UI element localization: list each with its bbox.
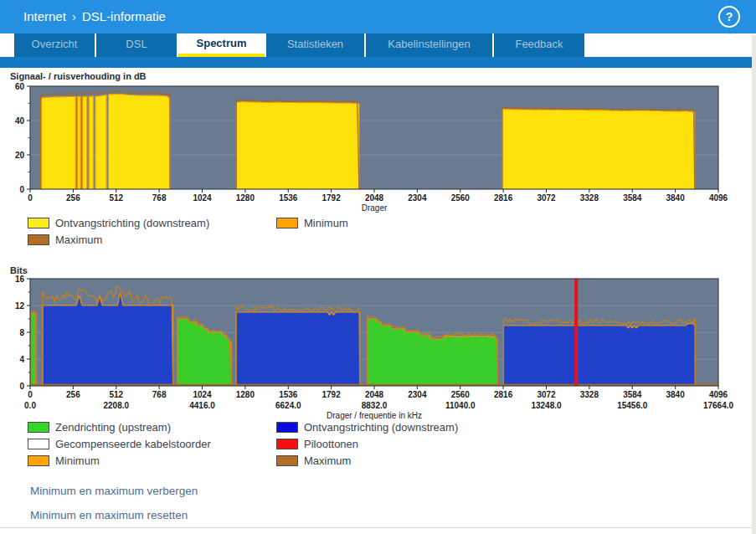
svg-text:17664.0: 17664.0 <box>703 401 734 410</box>
svg-text:1280: 1280 <box>236 390 255 399</box>
maximum-swatch <box>28 234 49 245</box>
svg-text:1024: 1024 <box>193 390 212 399</box>
svg-text:11040.0: 11040.0 <box>445 401 476 410</box>
upstream-swatch <box>28 422 49 433</box>
svg-text:0: 0 <box>28 193 33 203</box>
svg-text:4096: 4096 <box>709 390 728 399</box>
pilot-tones-swatch <box>276 439 298 449</box>
svg-text:768: 768 <box>152 193 167 203</box>
cancelled-disturber-swatch <box>28 439 49 449</box>
tab-statistieken[interactable]: Statistieken <box>266 33 364 57</box>
bits-legend-item-4: Minimum <box>28 454 276 466</box>
tabbar-divider <box>0 57 756 68</box>
svg-text:3840: 3840 <box>666 390 686 399</box>
minimum-swatch <box>28 455 49 466</box>
svg-text:2304: 2304 <box>408 193 427 203</box>
snr-legend-item-2: Maximum <box>28 234 276 245</box>
svg-text:0: 0 <box>19 185 24 194</box>
svg-text:1792: 1792 <box>322 390 342 399</box>
svg-text:4: 4 <box>19 355 24 364</box>
svg-text:3840: 3840 <box>666 193 686 203</box>
svg-text:16: 16 <box>15 275 25 284</box>
tab-kabelinstellingen[interactable]: Kabelinstellingen <box>366 33 492 57</box>
minimum-swatch <box>276 218 298 228</box>
chevron-right-icon: › <box>72 0 76 33</box>
hide-minmax-link[interactable]: Minimum en maximum verbergen <box>30 485 198 497</box>
breadcrumb-page: DSL-informatie <box>82 9 166 23</box>
svg-text:12: 12 <box>15 301 25 311</box>
svg-text:2304: 2304 <box>408 390 427 399</box>
svg-text:1536: 1536 <box>279 193 298 203</box>
legend-label: Gecompenseerde kabelstoorder <box>55 438 211 450</box>
svg-text:1536: 1536 <box>279 390 298 399</box>
tab-overzicht[interactable]: Overzicht <box>14 33 95 57</box>
scrollbar-track[interactable] <box>752 35 756 534</box>
breadcrumb: Internet›DSL-informatie <box>23 0 166 33</box>
tab-bar: OverzichtDSLSpectrumStatistiekenKabelins… <box>14 33 584 57</box>
question-icon: ? <box>726 10 733 23</box>
svg-text:2048: 2048 <box>365 193 384 203</box>
svg-text:40: 40 <box>15 116 25 126</box>
svg-text:768: 768 <box>152 390 167 399</box>
breadcrumb-root[interactable]: Internet <box>23 9 66 23</box>
svg-text:3072: 3072 <box>537 193 556 203</box>
svg-text:Drager / frequentie in kHz: Drager / frequentie in kHz <box>327 411 422 420</box>
tab-dsl[interactable]: DSL <box>96 33 177 57</box>
tab-spectrum[interactable]: Spectrum <box>178 33 265 57</box>
svg-text:2816: 2816 <box>494 193 513 203</box>
snr-legend: Ontvangstrichting (downstream)MinimumMax… <box>28 217 348 245</box>
svg-text:3072: 3072 <box>537 390 556 399</box>
downstream-swatch <box>276 422 298 433</box>
snr-chart: 0204060025651276810241280153617922048230… <box>0 80 756 216</box>
legend-label: Ontvangstrichting (downstream) <box>304 421 458 434</box>
svg-text:1024: 1024 <box>193 193 212 203</box>
legend-label: Maximum <box>55 234 102 246</box>
svg-text:512: 512 <box>109 390 123 399</box>
svg-text:2048: 2048 <box>365 390 384 399</box>
bits-legend: Zendrichting (upstream)Ontvangstrichting… <box>28 421 458 466</box>
dsl-informatie-page: Internet›DSL-informatie ? OverzichtDSLSp… <box>0 0 756 534</box>
svg-text:8832.0: 8832.0 <box>362 401 388 410</box>
svg-text:3328: 3328 <box>580 193 599 203</box>
legend-label: Minimum <box>304 217 348 229</box>
bits-legend-item-0: Zendrichting (upstream) <box>28 421 276 433</box>
svg-text:3584: 3584 <box>623 390 642 399</box>
reset-minmax-link[interactable]: Minimum en maximum resetten <box>30 509 188 521</box>
bottom-divider <box>0 527 756 528</box>
svg-text:256: 256 <box>66 390 80 399</box>
legend-label: Zendrichting (upstream) <box>55 421 171 434</box>
downstream-swatch <box>28 218 49 228</box>
svg-text:4416.0: 4416.0 <box>189 401 215 410</box>
svg-text:256: 256 <box>66 193 80 203</box>
svg-text:512: 512 <box>109 193 123 203</box>
svg-text:4096: 4096 <box>709 193 728 203</box>
svg-text:2208.0: 2208.0 <box>103 401 129 410</box>
legend-label: Minimum <box>55 454 100 467</box>
bits-legend-item-3: Piloottonen <box>276 438 458 449</box>
svg-text:15456.0: 15456.0 <box>617 401 648 410</box>
svg-text:0: 0 <box>28 390 33 399</box>
snr-legend-item-1: Minimum <box>276 217 348 228</box>
svg-text:2816: 2816 <box>494 390 513 399</box>
bits-legend-item-2: Gecompenseerde kabelstoorder <box>28 438 276 449</box>
bits-legend-item-1: Ontvangstrichting (downstream) <box>276 421 458 433</box>
svg-text:0.0: 0.0 <box>24 401 36 410</box>
svg-text:1280: 1280 <box>236 193 255 203</box>
svg-text:2560: 2560 <box>451 390 471 399</box>
svg-text:0: 0 <box>19 382 24 391</box>
svg-text:3584: 3584 <box>623 193 642 203</box>
svg-text:1792: 1792 <box>322 193 342 203</box>
tab-feedback[interactable]: Feedback <box>494 33 584 57</box>
svg-text:13248.0: 13248.0 <box>531 401 562 410</box>
bits-chart: 0481216025651276810241280153617922048230… <box>0 264 756 423</box>
help-button[interactable]: ? <box>718 6 740 28</box>
maximum-swatch <box>276 455 298 466</box>
snr-legend-item-0: Ontvangstrichting (downstream) <box>28 217 276 228</box>
legend-label: Maximum <box>304 454 351 467</box>
svg-text:20: 20 <box>15 151 25 160</box>
svg-text:3328: 3328 <box>580 390 599 399</box>
bits-legend-item-5: Maximum <box>276 454 458 466</box>
svg-text:2560: 2560 <box>451 193 471 203</box>
svg-text:6624.0: 6624.0 <box>275 401 301 410</box>
legend-label: Piloottonen <box>304 438 358 450</box>
